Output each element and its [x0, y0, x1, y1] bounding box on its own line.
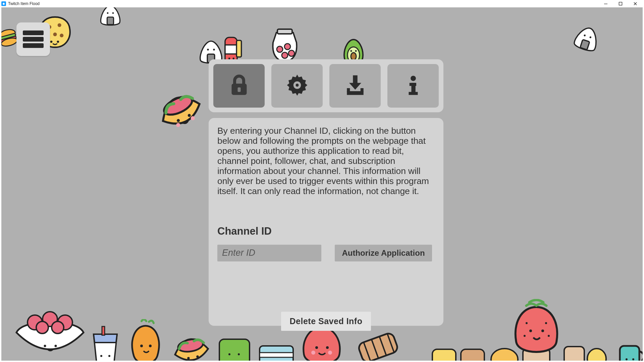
- svg-point-51: [140, 345, 143, 347]
- svg-point-84: [632, 358, 634, 360]
- svg-point-88: [296, 84, 299, 87]
- doodle-bag: [256, 343, 297, 361]
- channel-id-input[interactable]: [217, 245, 321, 261]
- svg-rect-25: [225, 45, 237, 54]
- svg-point-79: [548, 335, 550, 337]
- svg-point-74: [529, 329, 532, 332]
- authorization-panel: By entering your Channel ID, clicking on…: [209, 118, 443, 326]
- menu-button[interactable]: [16, 22, 50, 56]
- doodle-onigiri-right: [572, 24, 602, 54]
- doodle-misc1: [431, 346, 488, 361]
- svg-rect-95: [409, 92, 418, 95]
- svg-point-62: [326, 346, 329, 349]
- svg-point-8: [53, 33, 57, 36]
- svg-point-32: [282, 52, 288, 58]
- svg-point-45: [52, 321, 64, 334]
- channel-id-label: Channel ID: [217, 225, 435, 237]
- svg-point-37: [355, 50, 357, 52]
- svg-point-63: [311, 351, 315, 355]
- authorization-description: By entering your Channel ID, clicking on…: [217, 126, 435, 196]
- svg-rect-29: [277, 29, 292, 34]
- svg-point-61: [315, 346, 318, 349]
- tab-bar: [209, 59, 443, 112]
- svg-rect-13: [107, 17, 113, 24]
- doodle-bread: [354, 327, 404, 361]
- svg-point-47: [55, 345, 57, 347]
- doodle-onigiri-top: [97, 7, 124, 29]
- svg-rect-71: [461, 349, 484, 361]
- download-icon: [343, 73, 367, 99]
- svg-point-15: [112, 12, 114, 14]
- svg-point-33: [288, 50, 294, 56]
- svg-point-35: [351, 53, 356, 60]
- minimize-button[interactable]: [598, 0, 613, 7]
- lock-icon: [227, 73, 251, 99]
- tab-download[interactable]: [329, 64, 381, 108]
- svg-point-76: [526, 322, 528, 324]
- app-stage: By entering your Channel ID, clicking on…: [1, 7, 643, 361]
- svg-point-7: [58, 23, 61, 27]
- doodle-taco-bottom: [166, 322, 216, 361]
- window-titlebar: Twitch Item Flood: [0, 0, 644, 7]
- svg-point-11: [50, 41, 53, 43]
- window-title: Twitch Item Flood: [8, 1, 40, 6]
- svg-point-36: [351, 50, 352, 52]
- svg-rect-82: [620, 346, 639, 361]
- svg-point-92: [411, 76, 416, 81]
- svg-point-77: [545, 322, 547, 324]
- doodle-carrot: [125, 319, 169, 361]
- svg-point-12: [57, 41, 59, 43]
- svg-rect-48: [102, 326, 105, 335]
- doodle-bowl: [11, 309, 89, 361]
- svg-point-83: [626, 358, 628, 360]
- svg-point-52: [149, 345, 152, 347]
- svg-rect-90: [347, 88, 350, 92]
- svg-rect-0: [604, 4, 607, 4]
- svg-point-30: [277, 46, 283, 52]
- svg-point-46: [44, 345, 46, 347]
- hamburger-icon: [23, 31, 44, 48]
- svg-point-44: [36, 321, 48, 334]
- doodle-taco: [149, 78, 209, 138]
- close-button[interactable]: [628, 0, 643, 7]
- svg-rect-56: [219, 339, 250, 361]
- svg-point-9: [60, 34, 63, 37]
- svg-rect-70: [432, 349, 456, 361]
- svg-rect-60: [260, 353, 293, 357]
- doodle-green: [216, 336, 253, 361]
- doodle-mug: [615, 339, 643, 361]
- svg-point-57: [228, 353, 230, 355]
- svg-point-81: [587, 349, 606, 361]
- svg-point-78: [524, 335, 526, 337]
- svg-point-22: [207, 49, 209, 50]
- svg-rect-80: [564, 347, 584, 361]
- svg-point-49: [100, 355, 102, 357]
- svg-point-64: [328, 351, 332, 355]
- svg-rect-94: [411, 83, 415, 94]
- svg-point-23: [213, 49, 215, 50]
- svg-point-58: [238, 353, 240, 355]
- gear-icon: [285, 73, 309, 99]
- svg-point-31: [284, 44, 290, 50]
- tab-authorization[interactable]: [213, 64, 265, 108]
- delete-saved-info-button[interactable]: Delete Saved Info: [281, 312, 371, 331]
- tab-settings[interactable]: [271, 64, 323, 108]
- svg-point-50: [108, 355, 110, 357]
- maximize-button[interactable]: [613, 0, 628, 7]
- tab-info[interactable]: [387, 64, 439, 108]
- doodle-misc3: [561, 343, 608, 361]
- svg-rect-91: [360, 88, 363, 92]
- app-icon: [1, 1, 6, 6]
- doodle-cup: [85, 326, 125, 361]
- svg-rect-86: [237, 87, 240, 92]
- info-icon: [401, 73, 425, 99]
- channel-id-row: Authorize Application: [217, 245, 435, 261]
- doodle-strawberry: [508, 299, 565, 361]
- authorize-button[interactable]: Authorize Application: [335, 245, 432, 261]
- svg-rect-1: [619, 2, 622, 5]
- svg-rect-26: [236, 41, 241, 57]
- svg-point-14: [107, 12, 109, 14]
- svg-point-75: [541, 329, 544, 332]
